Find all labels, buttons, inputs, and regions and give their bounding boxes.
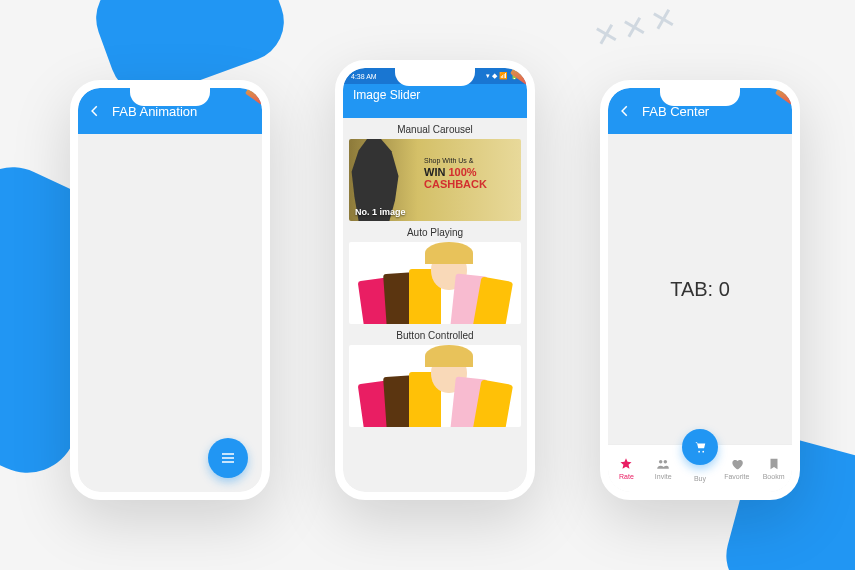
fab-center-button[interactable] — [682, 429, 718, 465]
svg-point-1 — [664, 460, 668, 464]
section-title-button: Button Controlled — [343, 324, 527, 345]
nav-buy[interactable]: Buy — [682, 445, 719, 492]
bookmark-icon — [767, 457, 781, 471]
banner-text: Shop With Us & WIN 100% CASHBACK — [424, 157, 521, 190]
section-title-manual: Manual Carousel — [343, 118, 527, 139]
heart-icon — [730, 457, 744, 471]
back-icon[interactable] — [618, 104, 632, 118]
phone-fab-animation: FAB Animation — [70, 80, 270, 500]
status-time: 4:38 AM — [351, 73, 377, 80]
phone-image-slider: 4:38 AM ▾ ◆ 📶 🔋 Image Slider Manual Caro… — [335, 60, 535, 500]
bottom-nav: Rate Invite Buy Favorite Bookm — [608, 444, 792, 492]
carousel-slide[interactable] — [349, 345, 521, 427]
nav-bookmark[interactable]: Bookm — [755, 445, 792, 492]
slide-caption: No. 1 image — [355, 207, 406, 217]
star-icon — [619, 457, 633, 471]
section-title-auto: Auto Playing — [343, 221, 527, 242]
carousel-slide[interactable] — [349, 242, 521, 324]
back-icon[interactable] — [88, 104, 102, 118]
people-icon — [656, 457, 670, 471]
nav-rate[interactable]: Rate — [608, 445, 645, 492]
body-content: TAB: 0 — [608, 134, 792, 444]
nav-favorite[interactable]: Favorite — [718, 445, 755, 492]
nav-invite[interactable]: Invite — [645, 445, 682, 492]
cart-icon — [693, 440, 707, 454]
carousel-slide[interactable]: Shop With Us & WIN 100% CASHBACK No. 1 i… — [349, 139, 521, 221]
bg-lines: ✕ ✕ ✕ — [590, 0, 678, 55]
phone-fab-center: FAB Center TAB: 0 Rate Invite Buy Fav — [600, 80, 800, 500]
svg-point-0 — [659, 460, 663, 464]
tab-indicator: TAB: 0 — [670, 278, 730, 301]
appbar: Image Slider — [343, 84, 527, 118]
appbar-title: Image Slider — [353, 88, 420, 102]
fab-button[interactable] — [208, 438, 248, 478]
